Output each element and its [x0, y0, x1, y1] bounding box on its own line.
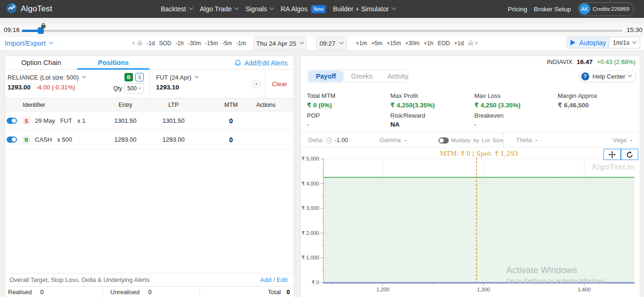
nav-item-pricing[interactable]: Pricing [508, 6, 527, 13]
nav-menu: Backtest Algo Trade Signals RA AlgosNew … [161, 0, 396, 18]
overall-alerts-row: Overall Target, Stop Loss, Delta & Under… [5, 273, 294, 287]
brand[interactable]: AlgoTest [7, 0, 52, 18]
nav-right: Pricing Broker Setup AK Credits:226869 [508, 0, 634, 18]
reset-icon [626, 151, 633, 158]
unrealised-value: 0 [148, 289, 151, 296]
stat-margin: Margin Approx ₹ 6,46,500 [558, 92, 597, 109]
activate-windows-text: Activate Windows [506, 265, 577, 275]
timeline-track[interactable] [22, 30, 622, 32]
step-back-5m[interactable]: -5m [222, 40, 232, 47]
position-toggle[interactable] [7, 136, 17, 143]
autoplay-speed-select[interactable]: 1m/1s [609, 37, 640, 48]
step-fwd-30m[interactable]: +30m [405, 40, 419, 47]
clear-button[interactable]: Clear [272, 80, 287, 88]
help-center-button[interactable]: ? Help Center [579, 71, 636, 82]
autoplay-control: Autoplay 1m/1s [567, 37, 640, 48]
chevron-down-icon [234, 5, 239, 10]
step-left-arrow[interactable]: < [132, 40, 135, 47]
greek-vega: Vega: - [613, 133, 632, 148]
positions-table: Identifier Entry LTP MTM Actions S 29 Ma… [5, 98, 294, 149]
timeline-end-label: 15:30 [627, 26, 643, 33]
brand-name: AlgoTest [21, 4, 52, 14]
lock-icon [137, 39, 142, 48]
chevron-down-icon [300, 40, 305, 44]
col-ltp: LTP [147, 102, 200, 108]
info-icon[interactable]: i [326, 137, 332, 144]
future-select[interactable]: FUT (24 Apr) [156, 74, 265, 81]
pnl-footer: Realised0 Unrealised0 Total0 [5, 287, 294, 297]
tab-option-chain[interactable]: Option Chain [5, 56, 77, 69]
svg-text:AlgoTest.in: AlgoTest.in [592, 162, 635, 171]
mtm-value: 0 [200, 117, 262, 125]
time-select[interactable]: 09:27 [316, 37, 347, 49]
step-right-arrow[interactable]: > [475, 40, 478, 47]
lock-icon [468, 39, 473, 48]
tab-activity[interactable]: Activity [380, 71, 416, 82]
autoplay-button[interactable]: Autoplay [567, 37, 609, 48]
chevron-down-icon [189, 5, 193, 10]
chevron-down-icon [632, 39, 637, 44]
nav-item-backtest[interactable]: Backtest [161, 5, 193, 13]
add-edit-alerts-link[interactable]: Add/Edit Alerts [234, 56, 288, 70]
total-label: Total [268, 289, 281, 296]
step-back-1d[interactable]: -1d [147, 40, 155, 47]
positions-panel: Option Chain Positions Add/Edit Alerts R… [5, 56, 294, 297]
step-fwd-1h[interactable]: +1h [424, 40, 433, 47]
nav-item-ra-algos[interactable]: RA AlgosNew [281, 5, 326, 13]
credits-pill[interactable]: AK Credits:226869 [578, 2, 634, 16]
step-fwd-1d[interactable]: +1d [454, 40, 463, 47]
add-edit-link[interactable]: Add / Edit [260, 276, 288, 283]
move-icon [609, 151, 616, 158]
instrument-row: RELIANCE (Lot size: 500) 1293.00 -4.00 (… [5, 70, 294, 98]
step-back-1h[interactable]: -1h [175, 40, 183, 47]
chevron-down-icon [195, 74, 198, 78]
avatar[interactable]: AK [579, 3, 590, 15]
add-leg-button[interactable]: + [252, 80, 261, 88]
greek-gamma: Gamma: - [380, 133, 406, 148]
realised-value: 0 [41, 289, 44, 296]
activate-windows-subtext: Go to Settings to activate Windows. [506, 277, 607, 284]
step-back-30m[interactable]: -30m [188, 40, 201, 47]
stat-pop: POP - [307, 112, 320, 128]
timeline-start-label: 09:16 [4, 26, 20, 33]
greek-delta: Delta: i -1.00 [308, 133, 348, 148]
lot-size-toggle-group: Mulitply by Lot Size [438, 133, 504, 148]
indiavix-name: INDIAVIX [547, 58, 573, 65]
reset-view-button[interactable] [621, 149, 638, 160]
play-icon [570, 40, 576, 46]
playback-controls: < -1d SOD -1h -30m -15m -5m -1m Thu 24 A… [132, 37, 478, 50]
sell-button[interactable]: S [135, 73, 144, 81]
future-price: 1293.10 [156, 84, 179, 91]
nav-item-signals[interactable]: Signals [245, 5, 273, 13]
nav-item-algo-trade[interactable]: Algo Trade [200, 5, 239, 13]
step-fwd-1m[interactable]: +1m [356, 40, 367, 47]
tab-payoff[interactable]: Payoff [308, 71, 344, 82]
position-toggle[interactable] [7, 118, 17, 124]
payoff-panel: INDIAVIX 16.47 +0.43 (2.68%) Payoff Gree… [300, 56, 640, 297]
tab-positions[interactable]: Positions [77, 56, 149, 69]
stat-breakeven: Breakeven - [474, 112, 504, 128]
step-back-15m[interactable]: -15m [205, 40, 218, 47]
tab-greeks[interactable]: Greeks [344, 71, 380, 82]
chevron-down-icon [270, 5, 274, 10]
date-select[interactable]: Thu 24 Apr 25 [254, 37, 306, 49]
qty-select[interactable]: 500 [124, 83, 144, 94]
instrument-change: -4.00 (-0.31%) [36, 84, 75, 91]
positions-table-header: Identifier Entry LTP MTM Actions [5, 98, 294, 112]
chart-toolbar [603, 149, 638, 160]
pan-button[interactable] [603, 149, 621, 160]
multiply-lot-size-toggle[interactable] [438, 137, 449, 144]
svg-text:₹ 4,000: ₹ 4,000 [301, 181, 319, 186]
step-back-1m[interactable]: -1m [236, 40, 246, 47]
step-fwd-15m[interactable]: +15m [387, 40, 401, 47]
step-fwd-eod[interactable]: EOD [438, 40, 450, 47]
buy-button[interactable]: B [124, 73, 133, 81]
payoff-chart: ₹ 0₹ 1,000₹ 2,000₹ 3,000₹ 4,000₹ 5,0001,… [301, 147, 641, 297]
bell-icon [234, 59, 241, 67]
step-fwd-5m[interactable]: +5m [371, 40, 382, 47]
nav-item-broker-setup[interactable]: Broker Setup [534, 6, 571, 13]
nav-item-builder-simulator[interactable]: Builder + Simulator [333, 5, 396, 13]
step-back-sod[interactable]: SOD [159, 40, 171, 47]
import-export-button[interactable]: Import/Export [5, 37, 53, 50]
stat-max-loss: Max Loss ₹ 4,250 (3.35%) [474, 92, 520, 109]
